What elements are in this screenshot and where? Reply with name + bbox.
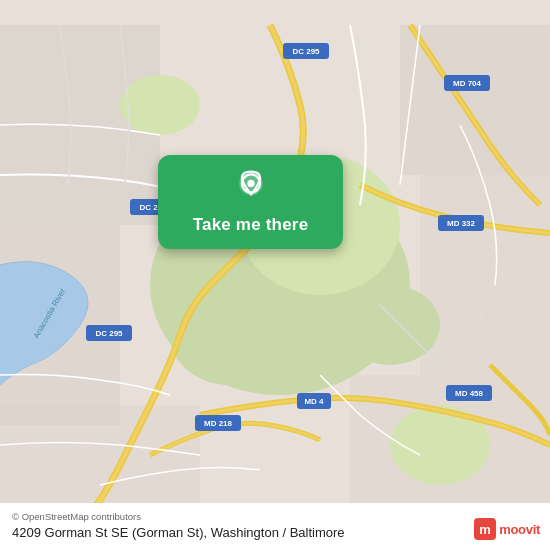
svg-text:MD 4: MD 4 <box>304 397 324 406</box>
location-pin-icon <box>232 169 270 207</box>
svg-point-32 <box>247 180 254 187</box>
svg-text:MD 332: MD 332 <box>447 219 476 228</box>
address-text: 4209 Gorman St SE (Gorman St), Washingto… <box>12 525 538 540</box>
action-card[interactable]: Take me there <box>158 155 343 249</box>
svg-text:m: m <box>479 522 491 537</box>
svg-text:MD 704: MD 704 <box>453 79 482 88</box>
osm-attribution: © OpenStreetMap contributors <box>12 511 538 522</box>
svg-text:DC 295: DC 295 <box>292 47 320 56</box>
map-container: Anacostia River <box>0 0 550 550</box>
take-me-there-button[interactable]: Take me there <box>193 215 309 235</box>
moovit-brand-text: moovit <box>499 522 540 537</box>
svg-text:MD 218: MD 218 <box>204 419 233 428</box>
info-bar: © OpenStreetMap contributors 4209 Gorman… <box>0 503 550 550</box>
svg-text:DC 295: DC 295 <box>95 329 123 338</box>
svg-rect-4 <box>420 175 550 375</box>
moovit-logo: m moovit <box>474 518 540 540</box>
svg-point-9 <box>170 285 290 385</box>
svg-point-10 <box>340 285 440 365</box>
svg-point-11 <box>120 75 200 135</box>
svg-text:MD 458: MD 458 <box>455 389 484 398</box>
moovit-icon: m <box>474 518 496 540</box>
